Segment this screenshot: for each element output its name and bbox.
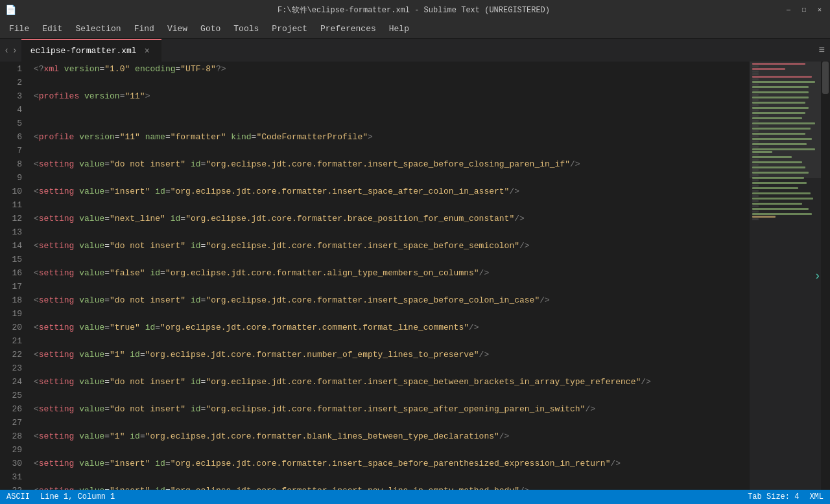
- line-num-30: 30: [6, 457, 22, 470]
- line-num-19: 19: [6, 307, 22, 321]
- code-line-1: <?xml version="1.0" encoding="UTF-8"?>: [34, 62, 750, 76]
- menu-file[interactable]: File: [3, 21, 36, 36]
- status-encoding: ASCII: [6, 492, 30, 501]
- line-num-2: 2: [6, 76, 22, 89]
- code-line-20: <setting value="true" id="org.eclipse.jd…: [34, 321, 750, 334]
- code-line-14: <setting value="do not insert" id="org.e…: [34, 239, 750, 253]
- code-line-4: [34, 103, 750, 117]
- menu-project[interactable]: Project: [265, 21, 314, 36]
- menu-bar: File Edit Selection Find View Goto Tools…: [0, 19, 830, 39]
- tab-dropdown-button[interactable]: ≡: [813, 39, 830, 62]
- status-bar: ASCII Line 1, Column 1 Tab Size: 4 XML: [0, 490, 830, 504]
- code-line-18: <setting value="do not insert" id="org.e…: [34, 293, 750, 307]
- status-tab-size: Tab Size: 4: [748, 492, 799, 501]
- menu-tools[interactable]: Tools: [227, 21, 265, 36]
- line-num-12: 12: [6, 212, 22, 225]
- code-line-10: <setting value="insert" id="org.eclipse.…: [34, 185, 750, 198]
- line-num-11: 11: [6, 198, 22, 212]
- line-num-7: 7: [6, 144, 22, 157]
- code-line-17: [34, 280, 750, 293]
- tab-next-icon[interactable]: ›: [12, 45, 17, 56]
- line-numbers: 1 2 3 4 5 6 7 8 9 10 11 12 13 14 15 16 1…: [0, 62, 27, 490]
- line-num-27: 27: [6, 416, 22, 430]
- line-num-32: 32: [6, 484, 22, 490]
- code-line-22: <setting value="1" id="org.eclipse.jdt.c…: [34, 348, 750, 361]
- code-line-16: <setting value="false" id="org.eclipse.j…: [34, 266, 750, 280]
- line-num-4: 4: [6, 103, 22, 117]
- app-icon: 📄: [5, 5, 16, 16]
- code-line-32: <setting value="insert" id="org.eclipse.…: [34, 484, 750, 490]
- right-scrollbar[interactable]: [821, 62, 830, 490]
- close-button[interactable]: ✕: [814, 5, 825, 15]
- minimap-viewport: [750, 62, 821, 178]
- line-num-16: 16: [6, 266, 22, 280]
- line-num-3: 3: [6, 89, 22, 103]
- code-line-2: [34, 76, 750, 89]
- code-line-27: [34, 416, 750, 430]
- line-num-10: 10: [6, 185, 22, 198]
- line-num-25: 25: [6, 389, 22, 402]
- code-line-8: <setting value="do not insert" id="org.e…: [34, 157, 750, 171]
- menu-preferences[interactable]: Preferences: [314, 21, 383, 36]
- code-line-3: <profiles version="11">: [34, 89, 750, 103]
- code-line-5: [34, 117, 750, 130]
- status-syntax: XML: [809, 492, 824, 501]
- code-line-19: [34, 307, 750, 321]
- scrollbar-thumb[interactable]: [822, 62, 829, 94]
- line-num-17: 17: [6, 280, 22, 293]
- line-num-9: 9: [6, 171, 22, 185]
- code-line-11: [34, 198, 750, 212]
- code-line-15: [34, 253, 750, 266]
- menu-edit[interactable]: Edit: [36, 21, 69, 36]
- code-line-12: <setting value="next_line" id="org.eclip…: [34, 212, 750, 225]
- code-area[interactable]: <?xml version="1.0" encoding="UTF-8"?> <…: [27, 62, 750, 490]
- maximize-button[interactable]: □: [799, 5, 809, 15]
- line-num-23: 23: [6, 361, 22, 375]
- code-line-21: [34, 334, 750, 348]
- line-num-8: 8: [6, 157, 22, 171]
- menu-view[interactable]: View: [161, 21, 194, 36]
- code-line-24: <setting value="do not insert" id="org.e…: [34, 375, 750, 389]
- tab-label: eclipse-formatter.xml: [30, 46, 137, 56]
- code-line-30: <setting value="insert" id="org.eclipse.…: [34, 457, 750, 470]
- menu-selection[interactable]: Selection: [69, 21, 127, 36]
- window-title: F:\软件\eclipse-formatter.xml - Sublime Te…: [44, 5, 783, 16]
- tab-prev-icon[interactable]: ‹: [4, 45, 9, 56]
- line-num-14: 14: [6, 239, 22, 253]
- editor-area: 1 2 3 4 5 6 7 8 9 10 11 12 13 14 15 16 1…: [0, 62, 830, 490]
- code-line-25: [34, 389, 750, 402]
- line-num-29: 29: [6, 443, 22, 457]
- menu-help[interactable]: Help: [383, 21, 416, 36]
- line-num-1: 1: [6, 62, 22, 76]
- menu-goto[interactable]: Goto: [194, 21, 227, 36]
- line-num-18: 18: [6, 293, 22, 307]
- tab-bar: ‹ › eclipse-formatter.xml × ≡: [0, 39, 830, 62]
- line-num-21: 21: [6, 334, 22, 348]
- status-position: Line 1, Column 1: [40, 492, 115, 501]
- line-num-22: 22: [6, 348, 22, 361]
- minimize-button[interactable]: —: [783, 5, 794, 15]
- code-line-6: <profile version="11" name="formatter" k…: [34, 130, 750, 144]
- minimap-content: ›: [750, 62, 821, 490]
- code-line-31: [34, 470, 750, 484]
- minimap-arrow-icon: ›: [814, 270, 821, 282]
- line-num-15: 15: [6, 253, 22, 266]
- tab-eclipse-formatter[interactable]: eclipse-formatter.xml ×: [21, 39, 161, 62]
- line-num-28: 28: [6, 430, 22, 443]
- minimap[interactable]: ›: [750, 62, 821, 490]
- tab-close-button[interactable]: ×: [142, 46, 152, 56]
- title-bar: 📄 F:\软件\eclipse-formatter.xml - Sublime …: [0, 0, 830, 19]
- code-line-7: [34, 144, 750, 157]
- line-num-6: 6: [6, 130, 22, 144]
- code-line-28: <setting value="1" id="org.eclipse.jdt.c…: [34, 430, 750, 443]
- code-line-13: [34, 225, 750, 239]
- tab-nav-arrows[interactable]: ‹ ›: [0, 39, 21, 62]
- code-line-29: [34, 443, 750, 457]
- code-line-26: <setting value="do not insert" id="org.e…: [34, 402, 750, 416]
- menu-find[interactable]: Find: [128, 21, 161, 36]
- line-num-20: 20: [6, 321, 22, 334]
- line-num-13: 13: [6, 225, 22, 239]
- code-line-9: [34, 171, 750, 185]
- line-num-5: 5: [6, 117, 22, 130]
- line-num-31: 31: [6, 470, 22, 484]
